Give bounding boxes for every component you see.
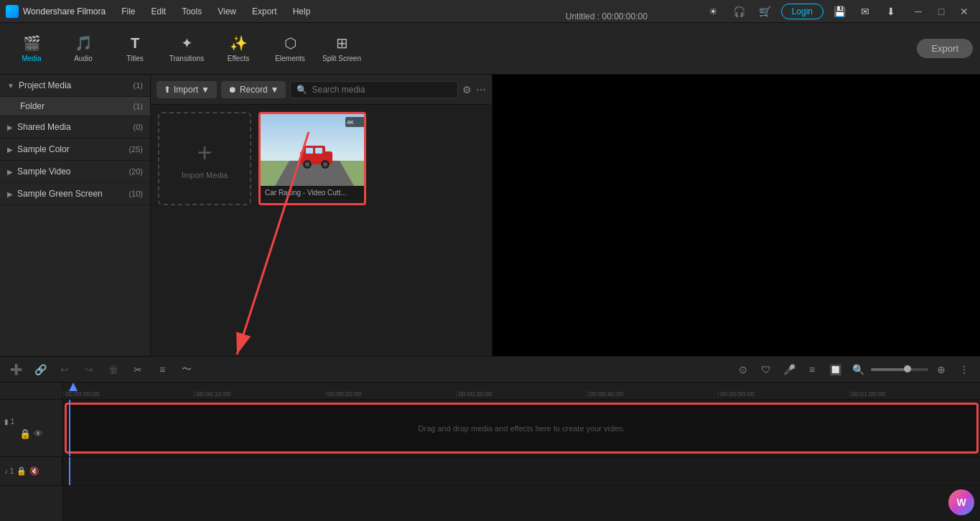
audio-lock-icon[interactable]: 🔒 (17, 466, 27, 476)
sidebar-header-project-media[interactable]: ▼ Project Media (1) (0, 75, 150, 97)
cart-icon[interactable]: 🛒 (755, 1, 775, 22)
window-controls: ─ □ ✕ (908, 1, 974, 22)
download-icon[interactable]: ⬇ (881, 1, 901, 22)
mail-icon[interactable]: ✉ (855, 1, 875, 22)
app-logo: Wondershare Filmora (6, 5, 106, 18)
zoom-in-button[interactable]: 🔍 (848, 360, 868, 380)
import-dropdown-icon: ▼ (201, 85, 210, 95)
track-num-label: ▮ 1 (4, 418, 14, 426)
split-screen-icon: ⊞ (336, 34, 348, 52)
tab-elements[interactable]: ⬡ Elements (266, 27, 314, 70)
mic-button[interactable]: 🎤 (779, 360, 799, 380)
sidebar-label-project-media: Project Media (19, 80, 134, 90)
delete-button[interactable]: 🗑 (103, 360, 123, 380)
timeline-wrapper: ➕ 🔗 ↩ ↪ 🗑 ✂ ≡ 〜 ⊙ 🛡 🎤 ≡ 🔲 🔍 ⊕ ⋮ (0, 356, 980, 521)
close-button[interactable]: ✕ (954, 1, 974, 22)
brightness-icon[interactable]: ☀ (704, 1, 724, 22)
menu-view[interactable]: View (210, 4, 243, 19)
sidebar-header-shared-media[interactable]: ▶ Shared Media (0) (0, 116, 150, 139)
record-dropdown-icon: ▼ (271, 85, 279, 95)
motion-track-button[interactable]: ⊙ (733, 360, 753, 380)
settings-button[interactable]: ≡ (152, 360, 172, 380)
sidebar-header-sample-green-screen[interactable]: ▶ Sample Green Screen (10) (0, 183, 150, 205)
import-media-label: Import Media (182, 171, 228, 179)
caption-button[interactable]: ≡ (802, 360, 822, 380)
chevron-right-icon4: ▶ (7, 190, 13, 198)
audio-mute-icon[interactable]: 🔇 (29, 466, 39, 476)
save-icon[interactable]: 💾 (829, 1, 849, 22)
media-item-0[interactable]: 4K Car Racing - Video Cutt... (258, 112, 366, 205)
login-button[interactable]: Login (781, 4, 823, 19)
ruler-mark-6: 00:01:00:00 (849, 390, 980, 398)
zoom-out-button[interactable]: ⊕ (931, 360, 951, 380)
filter-icon[interactable]: ⚙ (462, 84, 472, 95)
timeline-tracks: 00:00:00:00 00:00:10:00 00:00:20:00 00:0… (63, 382, 980, 521)
search-input[interactable] (312, 85, 452, 95)
svg-point-10 (323, 162, 327, 166)
timeline-content: ▮ 1 🔒 👁 ♪ 1 🔒 🔇 00:00:00:00 (0, 382, 980, 521)
menu-file[interactable]: File (114, 4, 142, 19)
audio-track-area-1[interactable] (63, 457, 980, 486)
tab-audio[interactable]: 🎵 Audio (59, 27, 108, 70)
track-controls: ▮ 1 🔒 👁 ♪ 1 🔒 🔇 (0, 382, 63, 521)
import-media-area[interactable]: + Import Media (158, 112, 251, 205)
menu-tools[interactable]: Tools (174, 4, 209, 19)
svg-point-8 (305, 162, 309, 166)
more-options-button[interactable]: ⋮ (954, 360, 974, 380)
tab-transitions-label: Transitions (169, 55, 205, 62)
tab-split-screen[interactable]: ⊞ Split Screen (317, 27, 366, 70)
export-button[interactable]: Export (917, 39, 973, 58)
ruler-mark-5: 00:00:50:00 (718, 390, 849, 398)
ruler-mark-1: 00:00:10:00 (194, 390, 325, 398)
effects-icon: ✨ (230, 34, 248, 52)
undo-button[interactable]: ↩ (55, 360, 75, 380)
waveform-button[interactable]: 〜 (177, 360, 197, 380)
track-eye-icon[interactable]: 👁 (34, 428, 43, 439)
link-button[interactable]: 🔗 (30, 360, 50, 380)
track-lock-icon[interactable]: 🔒 (19, 428, 31, 439)
grid-view-icon[interactable]: ⋯ (476, 84, 486, 95)
ruler-mark-0: 00:00:00:00 (63, 390, 194, 398)
sidebar-header-sample-color[interactable]: ▶ Sample Color (25) (0, 139, 150, 161)
import-button[interactable]: ⬆ Import ▼ (157, 81, 217, 98)
tab-transitions[interactable]: ✦ Transitions (162, 27, 211, 70)
scissors-button[interactable]: ✂ (128, 360, 148, 380)
playhead-audio (69, 457, 70, 485)
tab-effects[interactable]: ✨ Effects (214, 27, 263, 70)
sidebar-label-sample-video: Sample Video (17, 166, 129, 177)
search-box[interactable]: 🔍 (290, 81, 458, 98)
tab-media[interactable]: 🎬 Media (7, 27, 56, 70)
redo-button[interactable]: ↪ (79, 360, 99, 380)
chevron-right-icon3: ▶ (7, 168, 13, 176)
video-track-area-1[interactable]: Drag and drop media and effects here to … (63, 400, 980, 457)
tab-split-screen-label: Split Screen (322, 55, 361, 62)
audio-track-num-label: ♪ 1 (4, 467, 14, 475)
headphone-icon[interactable]: 🎧 (729, 1, 750, 22)
ruler-mark-2: 00:00:20:00 (325, 390, 456, 398)
zoom-slider[interactable] (871, 368, 928, 371)
main-toolbar: 🎬 Media 🎵 Audio T Titles ✦ Transitions ✨… (0, 23, 980, 75)
sidebar-count-shared-media: (0) (134, 123, 143, 131)
top-icons: ☀ 🎧 🛒 Login 💾 ✉ ⬇ (704, 1, 901, 22)
record-button[interactable]: ⏺ Record ▼ (221, 81, 286, 98)
sidebar-label-shared-media: Shared Media (17, 122, 134, 132)
svg-text:4K: 4K (347, 119, 354, 126)
minimize-button[interactable]: ─ (908, 1, 928, 22)
window-title: Untitled : 00:00:00:00 (566, 11, 648, 22)
tab-titles[interactable]: T Titles (111, 27, 159, 70)
sidebar-section-project-media: ▼ Project Media (1) Folder (1) (0, 75, 150, 116)
maximize-button[interactable]: □ (931, 1, 951, 22)
add-track-button[interactable]: ➕ (6, 360, 26, 380)
menu-export[interactable]: Export (245, 4, 284, 19)
menu-edit[interactable]: Edit (144, 4, 174, 19)
mask-button[interactable]: 🛡 (756, 360, 776, 380)
stabilize-button[interactable]: 🔲 (825, 360, 845, 380)
drop-zone-video-1[interactable]: Drag and drop media and effects here to … (65, 403, 979, 454)
media-icon: 🎬 (23, 34, 41, 52)
ruler-mark-3: 00:00:30:00 (456, 390, 587, 398)
sidebar-item-folder[interactable]: Folder (1) (0, 97, 150, 116)
plus-icon: + (197, 138, 212, 168)
menu-help[interactable]: Help (286, 4, 318, 19)
import-icon: ⬆ (164, 85, 171, 95)
sidebar-header-sample-video[interactable]: ▶ Sample Video (20) (0, 161, 150, 183)
